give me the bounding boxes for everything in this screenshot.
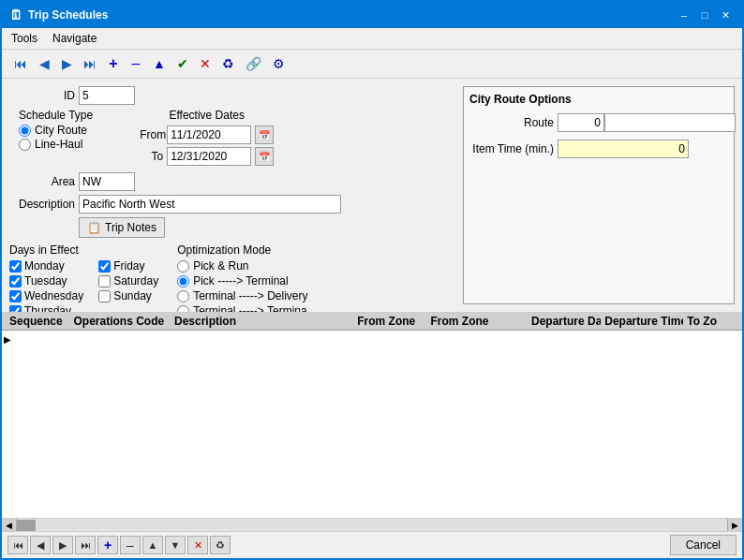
to-date-row: To 📅 [140,147,274,166]
to-calendar-button[interactable]: 📅 [255,147,274,166]
bottom-prev-btn[interactable]: ◀ [30,536,51,554]
route-label: Route [469,116,554,129]
bottom-add-btn[interactable]: + [97,536,118,554]
toolbar-add[interactable]: + [103,53,124,74]
bottom-nav-buttons: ⏮ ◀ ▶ ⏭ + – ▲ ▼ ✕ ♻ [7,536,231,554]
h-scrollbar[interactable]: ◀ ▶ [2,518,742,531]
monday-row: Monday [9,259,83,273]
terminal-terminal-radio[interactable] [177,305,189,313]
schedule-type-section: Schedule Type City Route Line-Haul [19,109,93,165]
friday-check[interactable] [98,260,111,273]
notes-icon: 📋 [87,221,101,234]
toolbar-settings[interactable]: ⚙ [268,53,290,74]
scroll-left-btn[interactable]: ◀ [2,519,17,532]
toolbar-first[interactable]: ⏮ [9,53,32,74]
toolbar-link[interactable]: 🔗 [241,53,266,74]
from-date-input[interactable] [167,125,251,144]
item-time-input[interactable] [558,140,689,158]
sunday-label: Sunday [113,289,152,302]
tuesday-check[interactable] [9,275,22,287]
tuesday-label: Tuesday [24,274,67,287]
id-label: ID [9,89,75,102]
scroll-thumb[interactable] [17,520,36,531]
title-bar: 🗓 Trip Schedules – □ ✕ [2,2,742,28]
menu-navigate[interactable]: Navigate [47,30,102,47]
item-time-label: Item Time (min.) [469,142,554,155]
route-name-input[interactable] [604,113,736,132]
toolbar-check[interactable]: ✔ [172,53,193,74]
col-description: Description [171,315,353,328]
window-icon: 🗓 [9,7,22,22]
close-button[interactable]: ✕ [716,6,735,24]
table-body[interactable]: ▶ [2,331,742,518]
bottom-next-btn[interactable]: ▶ [52,536,73,554]
area-label: Area [9,175,75,188]
toolbar-last[interactable]: ⏭ [79,53,101,74]
toolbar-refresh[interactable]: ♻ [217,53,239,74]
thursday-check[interactable] [9,305,22,313]
description-label: Description [9,198,75,211]
city-route-label: City Route [35,124,87,137]
bottom-first-btn[interactable]: ⏮ [7,536,28,554]
route-row: Route [469,113,728,132]
route-num-input[interactable] [558,113,604,132]
bottom-remove-btn[interactable]: – [120,536,141,554]
monday-label: Monday [24,259,65,273]
toolbar-remove[interactable]: – [126,53,146,74]
line-haul-label: Line-Haul [35,138,82,151]
days-section: Days in Effect Monday Tuesday [9,243,158,312]
city-route-panel: City Route Options Route Item Time (min.… [463,86,735,304]
sunday-check[interactable] [98,290,111,302]
opt-terminal-terminal: Terminal -----> Termina [177,304,307,312]
city-route-radio[interactable] [19,125,31,137]
scroll-track[interactable] [17,519,727,532]
bottom-cancel-btn[interactable]: ✕ [187,536,208,554]
id-input[interactable] [79,86,135,105]
terminal-terminal-label: Terminal -----> Termina [193,304,306,312]
opt-pick-run: Pick & Run [177,259,307,273]
toolbar-prev[interactable]: ◀ [34,53,54,74]
line-haul-radio[interactable] [19,139,31,151]
bottom-toolbar: ⏮ ◀ ▶ ⏭ + – ▲ ▼ ✕ ♻ Cancel [2,531,742,558]
line-haul-option: Line-Haul [19,138,93,151]
toolbar-next[interactable]: ▶ [56,53,77,74]
table-area: Sequence Operations Code Description Fro… [2,312,742,531]
toolbar: ⏮ ◀ ▶ ⏭ + – ▲ ✔ ✕ ♻ 🔗 ⚙ [2,50,742,79]
thursday-row: Thursday [9,304,83,312]
city-route-panel-title: City Route Options [469,93,728,106]
toolbar-cancel[interactable]: ✕ [195,53,216,74]
saturday-row: Saturday [98,274,158,287]
to-date-input[interactable] [167,147,251,166]
id-row: ID [9,86,455,105]
minimize-button[interactable]: – [675,6,693,24]
scroll-right-btn[interactable]: ▶ [727,519,742,532]
optimization-title: Optimization Mode [177,243,307,257]
from-calendar-button[interactable]: 📅 [255,125,274,144]
bottom-down-btn[interactable]: ▼ [165,536,186,554]
area-input[interactable] [79,172,135,191]
col-from-zone2: From Zone [427,315,528,328]
terminal-delivery-radio[interactable] [177,290,189,302]
wednesday-row: Wednesday [9,289,83,302]
wednesday-check[interactable] [9,290,22,302]
saturday-check[interactable] [98,275,111,287]
pick-run-label: Pick & Run [193,259,248,273]
cancel-button[interactable]: Cancel [670,535,737,555]
title-bar-controls: – □ ✕ [675,6,735,24]
maximize-button[interactable]: □ [695,6,714,24]
bottom-last-btn[interactable]: ⏭ [75,536,96,554]
optimization-section: Optimization Mode Pick & Run Pick ----->… [177,243,307,312]
description-input[interactable] [79,195,341,214]
pick-terminal-radio[interactable] [177,275,189,287]
effective-dates-section: Effective Dates From 📅 To 📅 [140,109,274,169]
pick-run-radio[interactable] [177,260,189,273]
sunday-row: Sunday [98,289,158,302]
toolbar-up[interactable]: ▲ [148,53,171,74]
to-label: To [140,150,163,163]
bottom-up-btn[interactable]: ▲ [142,536,163,554]
days-col1: Monday Tuesday Wednesday [9,259,83,312]
trip-notes-button[interactable]: 📋 Trip Notes [79,217,165,238]
bottom-refresh-btn[interactable]: ♻ [210,536,231,554]
monday-check[interactable] [9,260,22,273]
menu-tools[interactable]: Tools [6,30,43,47]
